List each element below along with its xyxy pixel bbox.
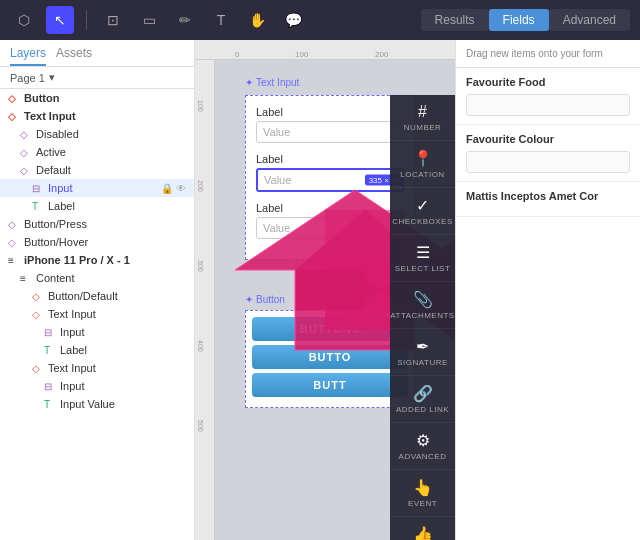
button-icon: 👍	[413, 525, 433, 540]
sparkle-icon: ✦	[245, 77, 253, 88]
frame-label: ✦ Text Input	[245, 77, 299, 88]
layer-label: Text Input	[48, 362, 96, 374]
toolbar-divider	[86, 10, 87, 30]
advanced-tab[interactable]: Advanced	[549, 9, 630, 31]
comment-tool[interactable]: 💬	[279, 6, 307, 34]
text-icon: T	[32, 201, 44, 212]
layer-label2[interactable]: T Label	[0, 341, 194, 359]
pen-tool[interactable]: ✏	[171, 6, 199, 34]
text-icon: T	[44, 345, 56, 356]
shape-tool[interactable]: ▭	[135, 6, 163, 34]
advanced-icon: ⚙	[416, 431, 430, 450]
number-label: NUMBER	[404, 123, 442, 132]
advanced-item[interactable]: ⚙ ADVANCED	[390, 423, 455, 470]
checkboxes-icon-item[interactable]: ✓ CHECKBOXES	[390, 188, 455, 235]
signature-icon-item[interactable]: ✒ SIGNATURE	[390, 329, 455, 376]
assets-tab[interactable]: Assets	[56, 46, 92, 66]
ruler-mark-vert-200: 200	[197, 180, 204, 192]
page-selector[interactable]: Page 1 ▾	[0, 67, 194, 89]
component-icon: ◇	[32, 363, 44, 374]
selectlist-icon: ☰	[416, 243, 430, 262]
layer-default[interactable]: ◇ Default	[0, 161, 194, 179]
layer-label: Content	[36, 272, 75, 284]
design-button-1[interactable]: BUTTONS	[252, 317, 408, 341]
ruler-mark-100: 100	[295, 50, 308, 59]
layers-tab[interactable]: Layers	[10, 46, 46, 66]
component-icon: ◇	[8, 93, 20, 104]
design-button-3[interactable]: BUTT	[252, 373, 408, 397]
field-group-1: Label Value	[256, 106, 404, 143]
layer-text-input[interactable]: ◇ Text Input	[0, 107, 194, 125]
layer-label: Button/Press	[24, 218, 87, 230]
ruler-mark-vert-300: 300	[197, 260, 204, 272]
sparkle-icon: ✦	[245, 294, 253, 305]
layer-input-value[interactable]: T Input Value	[0, 395, 194, 413]
favourite-food-input[interactable]	[466, 94, 630, 116]
results-tab[interactable]: Results	[421, 9, 489, 31]
field-value-1[interactable]: Value	[256, 121, 404, 143]
lock-icon[interactable]: 🔒	[161, 183, 173, 194]
favourite-colour-section: Favourite Colour	[456, 125, 640, 182]
eye-icon[interactable]: 👁	[176, 183, 186, 194]
location-label: LOCATION	[400, 170, 444, 179]
layer-iphone[interactable]: ≡ iPhone 11 Pro / X - 1	[0, 251, 194, 269]
layer-text-input3[interactable]: ◇ Text Input	[0, 359, 194, 377]
layer-button-default[interactable]: ◇ Button/Default	[0, 287, 194, 305]
link-icon: 🔗	[413, 384, 433, 403]
canvas: 0 100 200 100 200 300 400 500 ✦ Text Inp…	[195, 40, 455, 540]
hand-tool[interactable]: ✋	[243, 6, 271, 34]
selectlist-label: SELECT LIST	[395, 264, 451, 273]
attachments-icon-item[interactable]: 📎 ATTACHMENTS	[390, 282, 455, 329]
diamond-icon: ◇	[20, 129, 32, 140]
favourite-colour-input[interactable]	[466, 151, 630, 173]
signature-icon: ✒	[416, 337, 429, 356]
select-tool[interactable]: ⬡	[10, 6, 38, 34]
design-button-2[interactable]: BUTTO	[252, 345, 408, 369]
toolbar: ⬡ ↖ ⊡ ▭ ✏ T ✋ 💬 Results Fields Advanced	[0, 0, 640, 40]
ruler-mark-0: 0	[235, 50, 239, 59]
drag-hint: Drag new items onto your form	[456, 40, 640, 68]
layer-label: Input	[60, 380, 84, 392]
checkboxes-icon: ✓	[416, 196, 429, 215]
text-tool[interactable]: T	[207, 6, 235, 34]
layer-input3[interactable]: ⊟ Input	[0, 377, 194, 395]
added-link-item[interactable]: 🔗 ADDED LINK	[390, 376, 455, 423]
layer-label: Button/Default	[48, 290, 118, 302]
diamond-icon: ◇	[20, 147, 32, 158]
selectlist-icon-item[interactable]: ☰ SELECT LIST	[390, 235, 455, 282]
layer-label: Disabled	[36, 128, 79, 140]
layer-button-press[interactable]: ◇ Button/Press	[0, 215, 194, 233]
component-icon: ◇	[32, 309, 44, 320]
advanced-label: ADVANCED	[399, 452, 447, 461]
layer-content[interactable]: ≡ Content	[0, 269, 194, 287]
attachments-label: ATTACHMENTS	[390, 311, 454, 320]
vertical-ruler: 100 200 300 400 500	[195, 60, 215, 540]
layer-label-item[interactable]: T Label	[0, 197, 194, 215]
field-value-3[interactable]: Value	[256, 217, 404, 239]
layer-active[interactable]: ◇ Active	[0, 143, 194, 161]
text-icon: T	[44, 399, 56, 410]
layer-input2[interactable]: ⊟ Input	[0, 323, 194, 341]
fields-tab[interactable]: Fields	[489, 9, 549, 31]
input-icon: ⊟	[44, 327, 56, 338]
layer-label: iPhone 11 Pro / X - 1	[24, 254, 130, 266]
event-icon-item[interactable]: 👆 EVENT	[390, 470, 455, 517]
layer-text-input2[interactable]: ◇ Text Input	[0, 305, 194, 323]
layer-input[interactable]: ⊟ Input 🔒 👁	[0, 179, 194, 197]
layer-button-hover[interactable]: ◇ Button/Hover	[0, 233, 194, 251]
component-icon: ◇	[8, 111, 20, 122]
number-icon-item[interactable]: # NUMBER	[390, 95, 455, 141]
layer-disabled[interactable]: ◇ Disabled	[0, 125, 194, 143]
ruler-mark-vert-400: 400	[197, 340, 204, 352]
diamond-icon: ◇	[20, 165, 32, 176]
location-icon-item[interactable]: 📍 LOCATION	[390, 141, 455, 188]
signature-label: SIGNATURE	[397, 358, 448, 367]
cursor-tool[interactable]: ↖	[46, 6, 74, 34]
layer-label: Button/Hover	[24, 236, 88, 248]
number-icon: #	[418, 103, 427, 121]
button-icon-item[interactable]: 👍 BUTTON	[390, 517, 455, 540]
layer-button[interactable]: ◇ Button	[0, 89, 194, 107]
field-value-2[interactable]: Value 335 × 49	[256, 168, 404, 192]
frame-tool[interactable]: ⊡	[99, 6, 127, 34]
layer-label: Text Input	[24, 110, 76, 122]
